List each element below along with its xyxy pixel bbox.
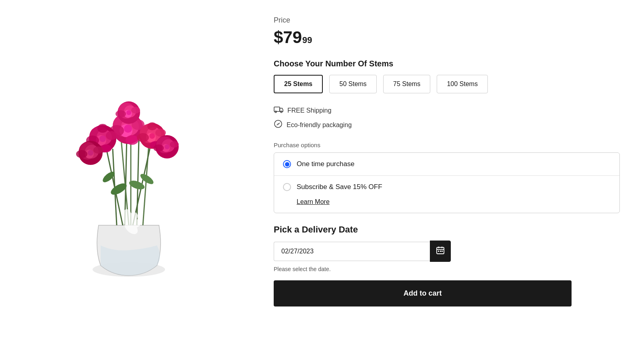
date-input-row — [274, 241, 451, 262]
one-time-radio[interactable] — [283, 160, 291, 168]
price-value: $7999 — [274, 28, 620, 47]
purchase-options-box: One time purchase Subscribe & Save 15% O… — [274, 152, 620, 213]
svg-point-36 — [137, 133, 149, 142]
svg-point-51 — [165, 144, 169, 149]
svg-point-67 — [275, 111, 277, 113]
price-cents: 99 — [302, 35, 312, 45]
add-to-cart-button[interactable]: Add to cart — [274, 280, 572, 306]
product-image-section — [0, 8, 258, 354]
rose-svg — [28, 76, 229, 286]
calendar-button[interactable] — [430, 241, 451, 262]
svg-point-28 — [106, 131, 117, 140]
shipping-text: FREE Shipping — [287, 107, 331, 114]
svg-point-65 — [124, 221, 129, 226]
features-list: FREE Shipping Eco-friendly packaging — [274, 105, 620, 130]
eco-icon — [274, 119, 283, 130]
svg-line-6 — [105, 141, 123, 225]
purchase-options-label: Purchase options — [274, 142, 620, 148]
one-time-purchase-option[interactable]: One time purchase — [274, 153, 619, 176]
svg-point-58 — [126, 110, 131, 115]
subscribe-option[interactable]: Subscribe & Save 15% OFF Learn More — [274, 176, 619, 213]
delivery-section: Pick a Delivery Date — [274, 224, 620, 272]
svg-point-68 — [281, 111, 282, 113]
truck-icon — [274, 105, 283, 115]
price-dollars: $79 — [274, 28, 302, 47]
svg-rect-74 — [438, 251, 439, 252]
eco-text: Eco-friendly packaging — [287, 121, 352, 129]
price-label: Price — [274, 16, 620, 25]
svg-point-29 — [97, 124, 108, 133]
svg-point-26 — [99, 136, 106, 142]
svg-point-21 — [126, 135, 138, 145]
learn-more-link[interactable]: Learn More — [297, 198, 330, 206]
feature-shipping: FREE Shipping — [274, 105, 620, 115]
svg-rect-75 — [440, 251, 441, 252]
svg-point-60 — [131, 107, 140, 113]
svg-point-53 — [170, 141, 179, 148]
svg-point-44 — [88, 150, 93, 156]
subscribe-top: Subscribe & Save 15% OFF — [283, 183, 382, 191]
subscribe-radio[interactable] — [283, 183, 291, 191]
product-details-section: Price $7999 Choose Your Number Of Stems … — [258, 8, 644, 354]
svg-point-45 — [76, 150, 87, 158]
stem-option-50[interactable]: 50 Stems — [329, 75, 377, 93]
delivery-date-input[interactable] — [274, 242, 430, 261]
stems-options: 25 Stems 50 Stems 75 Stems 100 Stems — [274, 75, 620, 93]
stem-option-75[interactable]: 75 Stems — [383, 75, 431, 93]
svg-point-35 — [149, 133, 155, 139]
svg-point-17 — [124, 125, 132, 133]
one-time-label: One time purchase — [297, 160, 355, 168]
svg-point-59 — [116, 110, 126, 117]
stems-section-title: Choose Your Number Of Stems — [274, 59, 620, 68]
subscribe-label: Subscribe & Save 15% OFF — [297, 183, 382, 191]
product-image — [20, 72, 237, 290]
svg-rect-66 — [274, 107, 280, 111]
delivery-title: Pick a Delivery Date — [274, 224, 620, 235]
svg-rect-76 — [442, 251, 443, 252]
date-hint: Please select the date. — [274, 266, 620, 272]
svg-point-38 — [147, 122, 157, 130]
feature-eco: Eco-friendly packaging — [274, 119, 620, 130]
svg-point-46 — [93, 146, 103, 154]
stem-option-25[interactable]: 25 Stems — [274, 75, 323, 93]
stem-option-100[interactable]: 100 Stems — [437, 75, 487, 93]
calendar-icon — [436, 246, 445, 257]
svg-point-52 — [153, 144, 164, 152]
